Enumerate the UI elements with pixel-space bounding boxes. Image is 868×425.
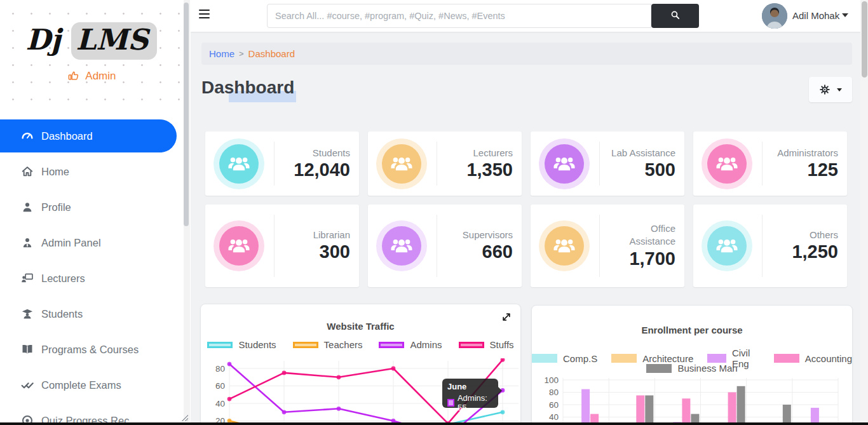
legend-item-students[interactable]: Students (207, 339, 276, 350)
stat-label: Lab Assistance (611, 147, 675, 159)
svg-text:40: 40 (549, 412, 559, 422)
user-avatar[interactable] (762, 3, 787, 29)
legend-swatch (707, 354, 726, 363)
breadcrumb-home-link[interactable]: Home (209, 48, 234, 59)
stat-card-lab-assistance: Lab Assistance500 (531, 132, 684, 196)
legend-swatch (207, 342, 233, 348)
sidebar-item-label: Programs & Courses (41, 344, 139, 356)
search-icon (670, 10, 681, 20)
stat-card-others: Others1,250 (693, 205, 847, 287)
stat-value: 300 (320, 241, 350, 262)
sidebar-item-lecturers[interactable]: Lecturers (0, 260, 183, 296)
page-scrollbar[interactable] (860, 0, 868, 425)
breadcrumb-separator: > (239, 49, 244, 58)
legend-item-teachers[interactable]: Teachers (293, 339, 363, 350)
legend-item-accounting[interactable]: Accounting (774, 353, 852, 364)
stat-value: 1,700 (629, 248, 675, 269)
stat-value: 1,250 (792, 241, 838, 262)
legend-item-business-man[interactable]: Business Man (646, 363, 737, 374)
legend-item-admins[interactable]: Admins (379, 339, 442, 350)
sidebar-nav: DashboardHomeProfileAdmin PanelLecturers… (0, 118, 183, 425)
chart-title: Enrollment per course (532, 325, 852, 335)
book-open-icon (21, 343, 34, 356)
stat-card-administrators: Administrators125 (693, 132, 847, 196)
stat-card-librarian: Librarian300 (205, 205, 359, 287)
user-name[interactable]: Adil Mohak (792, 10, 839, 21)
settings-dropdown-button[interactable] (809, 77, 852, 102)
sidebar-scrollbar-thumb[interactable] (184, 3, 189, 226)
sidebar-item-home[interactable]: Home (0, 154, 183, 189)
sidebar-item-complete-exams[interactable]: Complete Exams (0, 367, 183, 403)
home-icon (21, 165, 34, 178)
page-title: Dashboard (201, 78, 294, 98)
stat-label: Lecturers (473, 147, 513, 159)
sidebar-item-programs-courses[interactable]: Programs & Courses (0, 332, 183, 367)
svg-text:100: 100 (544, 375, 559, 385)
sidebar-item-label: Dashboard (41, 130, 93, 142)
legend-label: Comp.S (563, 353, 597, 364)
users-group-icon (707, 144, 747, 184)
legend-label: Students (238, 339, 276, 350)
search-button[interactable] (651, 4, 699, 28)
users-group-icon (382, 144, 421, 184)
sidebar-item-label: Home (41, 166, 69, 178)
legend-label: Architecture (642, 353, 693, 364)
stat-value: 500 (645, 159, 675, 180)
stat-card-supervisors: Supervisors660 (368, 205, 522, 287)
stat-label: Students (313, 147, 350, 159)
stat-card-office-assistance: Office Assistance1,700 (531, 205, 684, 287)
sidebar: Dj LMS Admin DashboardHomeProfileAdmin P… (0, 0, 191, 425)
chart-title: Website Traffic (201, 321, 520, 332)
role-text: Admin (85, 70, 116, 82)
app-logo[interactable]: Dj LMS (0, 23, 183, 57)
window-bottom-edge (0, 422, 868, 425)
hamburger-menu-icon[interactable] (199, 10, 210, 20)
sidebar-item-quiz-progress[interactable]: Quiz Progress Rec (0, 403, 183, 425)
stat-card-lecturers: Lecturers1,350 (368, 132, 522, 196)
user-tie-icon (21, 236, 34, 249)
legend-swatch (774, 354, 799, 363)
legend-swatch (611, 354, 637, 363)
enrollment-chart[interactable]: 100806040 (532, 375, 853, 425)
legend-item-stuffs[interactable]: Stuffs (459, 339, 514, 350)
sidebar-item-profile[interactable]: Profile (0, 189, 183, 225)
legend-item-comp-s[interactable]: Comp.S (532, 353, 597, 364)
sidebar-item-label: Admin Panel (41, 237, 101, 249)
search-input[interactable] (267, 4, 651, 28)
gauge-icon (21, 130, 34, 142)
sidebar-item-admin-panel[interactable]: Admin Panel (0, 225, 183, 260)
legend-label: Teachers (324, 339, 363, 350)
tooltip-value: Admins: 55 (458, 393, 493, 412)
users-group-icon (219, 226, 259, 266)
users-group-icon (219, 144, 259, 184)
svg-text:60: 60 (549, 400, 559, 410)
breadcrumb-current: Dashboard (248, 48, 295, 59)
users-group-icon (707, 226, 747, 266)
legend-swatch (532, 354, 557, 363)
stat-value: 1,350 (466, 159, 513, 180)
avatar-photo (762, 3, 787, 29)
stat-value: 660 (482, 241, 513, 262)
user-icon (21, 201, 34, 213)
sidebar-item-students[interactable]: Students (0, 296, 183, 332)
legend-label: Accounting (805, 353, 852, 364)
enrollment-card: Enrollment per course Comp.SArchitecture… (531, 305, 853, 425)
chart-tooltip: June Admins: 55 (442, 379, 498, 408)
tooltip-title: June (447, 382, 493, 391)
sidebar-scrollbar[interactable] (184, 0, 190, 421)
stat-label: Others (810, 229, 838, 241)
svg-text:80: 80 (215, 364, 225, 374)
svg-text:60: 60 (215, 381, 225, 391)
legend-swatch (293, 342, 318, 348)
line-chart-legend: StudentsTeachersAdminsStuffs (201, 339, 520, 350)
user-menu-caret-icon[interactable] (842, 13, 848, 17)
legend-label: Stuffs (490, 339, 514, 350)
users-group-icon (545, 226, 584, 266)
users-group-icon (545, 144, 584, 184)
settings-caret-icon (837, 88, 842, 91)
page-scrollbar-thumb[interactable] (862, 1, 867, 78)
sidebar-item-dashboard[interactable]: Dashboard (0, 119, 177, 152)
legend-swatch (646, 364, 672, 373)
legend-item-architecture[interactable]: Architecture (611, 353, 693, 364)
legend-swatch (459, 342, 484, 348)
